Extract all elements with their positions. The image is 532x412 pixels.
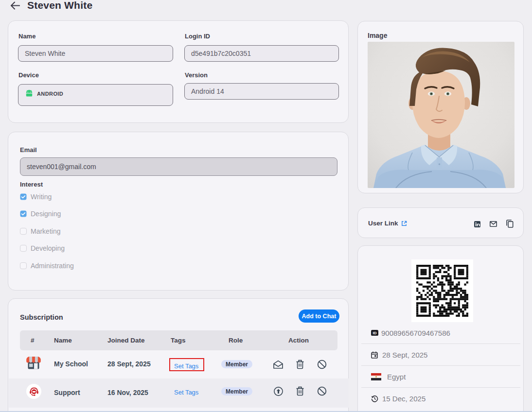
svg-text:ID: ID bbox=[373, 331, 377, 335]
